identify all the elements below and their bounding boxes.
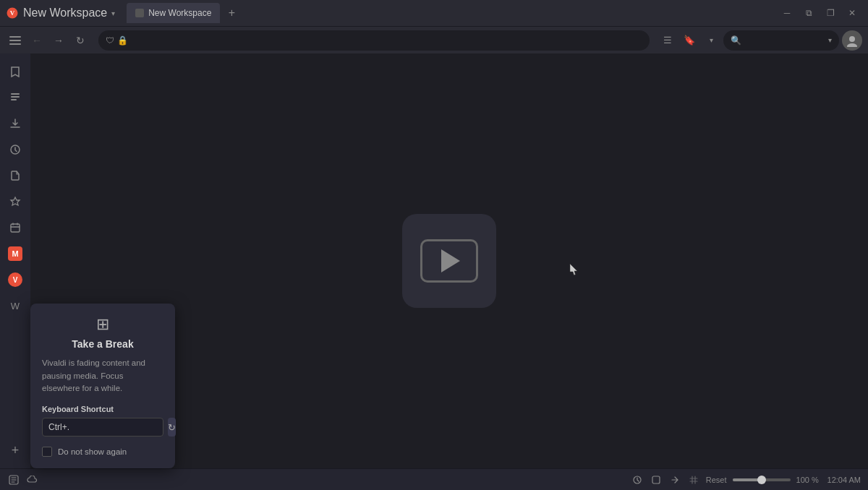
svg-rect-3 — [9, 36, 21, 38]
address-bar-security-icons: 🛡 🔒 — [106, 35, 128, 46]
svg-rect-2 — [135, 9, 144, 17]
do-not-show-label: Do not show again — [58, 447, 127, 456]
time-display: 12:04 AM — [827, 476, 861, 484]
svg-rect-12 — [11, 224, 20, 232]
svg-rect-8 — [11, 93, 20, 95]
active-tab[interactable]: New Workspace — [127, 3, 220, 23]
play-icon-container — [420, 239, 478, 283]
zoom-slider-track[interactable] — [733, 478, 791, 481]
sidebar-add-panel-button[interactable]: + — [3, 438, 27, 463]
workspace-dropdown-arrow[interactable]: ▾ — [111, 9, 115, 17]
profile-avatar[interactable] — [842, 30, 862, 51]
sidebar: M V W + — [0, 53, 30, 468]
search-icon: 🔍 — [731, 35, 741, 46]
mastodon-icon: M — [8, 246, 22, 261]
svg-rect-10 — [11, 99, 17, 100]
nav-bar: ← → ↻ 🛡 🔒 ☰ 🔖 ▾ 🔍 ▾ — [0, 26, 868, 53]
status-icon-b[interactable] — [650, 473, 663, 486]
close-button[interactable]: ✕ — [842, 3, 862, 23]
panel-description: Vivaldi is fading content and pausing me… — [42, 357, 163, 395]
sidebar-bottom: + — [3, 438, 27, 463]
status-download-icon[interactable] — [7, 473, 20, 486]
zoom-percent-label: 100 % — [796, 476, 822, 484]
svg-rect-9 — [11, 96, 20, 98]
sidebar-item-wikipedia[interactable]: W — [3, 293, 27, 318]
shield-icon: 🛡 — [106, 35, 114, 46]
shortcut-input[interactable] — [42, 418, 163, 437]
panel-shortcut-label: Keyboard Shortcut — [42, 405, 163, 413]
nav-bookmark-button[interactable]: 🔖 — [680, 31, 699, 50]
svg-point-6 — [849, 36, 855, 42]
sidebar-item-downloads[interactable] — [3, 111, 27, 136]
status-cloud-icon[interactable] — [26, 473, 39, 486]
shortcut-row: ↻ — [42, 418, 163, 437]
status-icon-d[interactable] — [687, 473, 700, 486]
sidebar-item-mastodon[interactable]: M — [3, 241, 27, 266]
minimize-button[interactable]: ─ — [777, 3, 797, 23]
sidebar-item-calendar[interactable] — [3, 215, 27, 240]
status-bar: Reset 100 % 12:04 AM — [0, 468, 868, 490]
status-icon-a[interactable] — [631, 473, 644, 486]
address-bar[interactable]: 🛡 🔒 — [98, 30, 650, 51]
tab-favicon-icon — [135, 9, 144, 17]
tab-label: New Workspace — [148, 8, 211, 18]
take-a-break-panel: ⊞ Take a Break Vivaldi is fading content… — [30, 304, 175, 468]
new-tab-button[interactable]: + — [223, 4, 240, 22]
wikipedia-icon: W — [11, 301, 20, 311]
sidebar-item-vivaldi-social[interactable]: V — [3, 267, 27, 292]
sidebar-item-reading-list[interactable] — [3, 85, 27, 110]
status-bar-right: Reset 100 % 12:04 AM — [631, 473, 861, 486]
zoom-slider-knob[interactable] — [757, 476, 766, 484]
reset-zoom-button[interactable]: Reset — [706, 476, 727, 484]
svg-rect-5 — [9, 43, 21, 45]
sidebar-toggle-button[interactable] — [6, 31, 25, 50]
refresh-shortcut-button[interactable]: ↻ — [168, 418, 176, 437]
status-icon-c[interactable] — [668, 473, 681, 486]
tab-bar: New Workspace + — [121, 0, 777, 26]
sidebar-item-history[interactable] — [3, 137, 27, 162]
maximize-button[interactable]: ❐ — [820, 3, 841, 23]
restore-button[interactable]: ⧉ — [799, 3, 819, 23]
play-triangle-icon — [441, 249, 460, 272]
workspace-name-label: New Workspace — [23, 7, 107, 20]
search-bar[interactable]: 🔍 ▾ — [723, 30, 839, 51]
nav-dropdown-button[interactable]: ▾ — [702, 31, 720, 50]
sidebar-item-notes[interactable] — [3, 163, 27, 188]
reload-button[interactable]: ↻ — [71, 31, 90, 50]
sidebar-item-bookmarks[interactable] — [3, 59, 27, 84]
do-not-show-row: Do not show again — [42, 447, 163, 457]
title-bar: V New Workspace ▾ New Workspace + ─ ⧉ ❐ … — [0, 0, 868, 26]
svg-rect-15 — [652, 476, 660, 483]
bookmarks-bar-button[interactable]: ☰ — [658, 31, 677, 50]
lock-icon: 🔒 — [117, 35, 128, 46]
svg-point-7 — [847, 43, 857, 47]
forward-button[interactable]: → — [49, 31, 68, 50]
search-dropdown-icon[interactable]: ▾ — [828, 36, 832, 44]
sidebar-item-capture[interactable] — [3, 189, 27, 214]
svg-rect-4 — [9, 40, 21, 41]
panel-title: Take a Break — [42, 338, 163, 350]
svg-text:V: V — [10, 9, 15, 17]
cursor-icon — [569, 263, 578, 276]
nav-right: ☰ 🔖 ▾ 🔍 ▾ — [658, 30, 862, 51]
video-placeholder — [402, 214, 496, 308]
panel-break-icon: ⊞ — [42, 315, 163, 334]
do-not-show-checkbox[interactable] — [42, 447, 52, 457]
title-bar-left: V New Workspace ▾ — [0, 7, 121, 20]
zoom-slider[interactable] — [733, 478, 791, 481]
vivaldi-social-icon: V — [8, 272, 22, 287]
vivaldi-logo-icon: V — [6, 7, 19, 20]
title-bar-controls: ─ ⧉ ❐ ✕ — [777, 3, 868, 23]
back-button[interactable]: ← — [27, 31, 46, 50]
